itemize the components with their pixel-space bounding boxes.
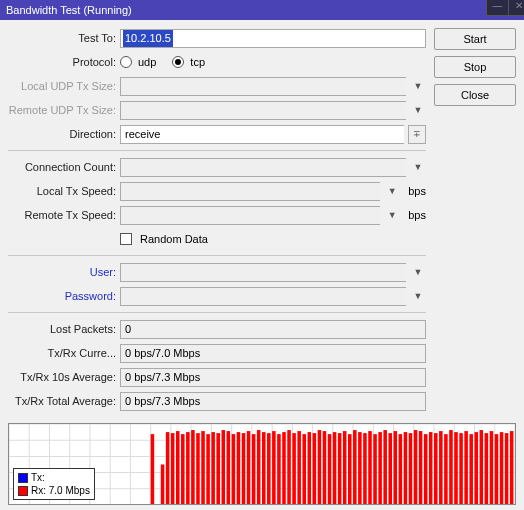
svg-rect-44 bbox=[216, 433, 220, 505]
svg-rect-56 bbox=[277, 434, 281, 505]
svg-rect-87 bbox=[434, 433, 438, 505]
svg-rect-38 bbox=[186, 432, 190, 505]
minimize-icon[interactable]: — bbox=[487, 0, 508, 15]
updown-icon[interactable]: ∓ bbox=[408, 125, 426, 144]
label-local-tx: Local Tx Speed: bbox=[8, 185, 120, 197]
label-lost: Lost Packets: bbox=[8, 323, 120, 335]
svg-rect-41 bbox=[201, 431, 205, 505]
label-user: User: bbox=[8, 266, 120, 278]
svg-rect-82 bbox=[409, 433, 413, 505]
chevron-down-icon[interactable]: ▼ bbox=[410, 159, 426, 176]
label-test-to: Test To: bbox=[8, 32, 120, 44]
window-titlebar[interactable]: Bandwidth Test (Running) — ✕ bbox=[0, 0, 524, 20]
svg-rect-88 bbox=[439, 431, 443, 505]
radio-udp-label: udp bbox=[138, 56, 156, 68]
svg-rect-96 bbox=[480, 430, 484, 505]
svg-rect-63 bbox=[313, 433, 317, 505]
svg-rect-61 bbox=[302, 434, 306, 505]
svg-rect-45 bbox=[222, 430, 226, 505]
txrx-current-value bbox=[120, 344, 426, 363]
radio-tcp[interactable] bbox=[172, 56, 184, 68]
svg-rect-75 bbox=[373, 434, 377, 505]
svg-rect-66 bbox=[328, 434, 332, 505]
label-password: Password: bbox=[8, 290, 120, 302]
local-udp-input bbox=[120, 77, 406, 96]
svg-rect-43 bbox=[211, 432, 215, 505]
svg-rect-35 bbox=[171, 433, 175, 505]
svg-rect-34 bbox=[166, 432, 170, 505]
txrx-10s-value bbox=[120, 368, 426, 387]
rx-swatch bbox=[18, 486, 28, 496]
svg-rect-46 bbox=[227, 431, 231, 505]
radio-tcp-label: tcp bbox=[190, 56, 205, 68]
svg-rect-53 bbox=[262, 432, 266, 505]
test-to-value: 10.2.10.5 bbox=[123, 30, 173, 47]
svg-rect-101 bbox=[505, 433, 509, 505]
txrx-total-value bbox=[120, 392, 426, 411]
stop-button[interactable]: Stop bbox=[434, 56, 516, 78]
chevron-down-icon: ▼ bbox=[410, 102, 426, 119]
svg-rect-72 bbox=[358, 432, 362, 505]
close-icon[interactable]: ✕ bbox=[508, 0, 525, 15]
label-direction: Direction: bbox=[8, 128, 120, 140]
svg-rect-42 bbox=[206, 434, 210, 505]
tx-swatch bbox=[18, 473, 28, 483]
random-data-checkbox[interactable] bbox=[120, 233, 132, 245]
chevron-down-icon[interactable]: ▼ bbox=[384, 183, 400, 200]
close-button[interactable]: Close bbox=[434, 84, 516, 106]
remote-tx-input[interactable] bbox=[120, 206, 380, 225]
svg-rect-52 bbox=[257, 430, 261, 505]
svg-rect-37 bbox=[181, 434, 185, 505]
chevron-down-icon: ▼ bbox=[410, 78, 426, 95]
legend-tx-label: Tx: bbox=[31, 471, 45, 484]
svg-rect-47 bbox=[232, 434, 236, 505]
svg-rect-60 bbox=[297, 431, 301, 505]
window-title: Bandwidth Test (Running) bbox=[6, 4, 132, 16]
svg-rect-86 bbox=[429, 432, 433, 505]
svg-rect-71 bbox=[353, 430, 357, 505]
label-remote-tx: Remote Tx Speed: bbox=[8, 209, 120, 221]
user-input[interactable] bbox=[120, 263, 406, 282]
svg-rect-39 bbox=[191, 430, 195, 505]
svg-rect-91 bbox=[454, 432, 458, 505]
start-button[interactable]: Start bbox=[434, 28, 516, 50]
svg-rect-98 bbox=[490, 431, 494, 505]
svg-rect-94 bbox=[469, 434, 473, 505]
svg-rect-62 bbox=[308, 432, 312, 505]
label-protocol: Protocol: bbox=[8, 56, 120, 68]
svg-rect-100 bbox=[500, 432, 504, 505]
radio-udp[interactable] bbox=[120, 56, 132, 68]
svg-rect-68 bbox=[338, 433, 342, 505]
direction-select[interactable] bbox=[120, 125, 404, 144]
svg-rect-78 bbox=[388, 433, 392, 505]
label-conn-count: Connection Count: bbox=[8, 161, 120, 173]
svg-rect-90 bbox=[449, 430, 453, 505]
label-remote-udp: Remote UDP Tx Size: bbox=[8, 104, 120, 116]
label-txrx-curr: Tx/Rx Curre... bbox=[8, 347, 120, 359]
chevron-down-icon[interactable]: ▼ bbox=[410, 264, 426, 281]
conn-count-input[interactable] bbox=[120, 158, 406, 177]
svg-rect-73 bbox=[363, 433, 367, 505]
test-to-input[interactable]: 10.2.10.5 bbox=[120, 29, 426, 48]
chevron-down-icon[interactable]: ▼ bbox=[410, 288, 426, 305]
random-data-label: Random Data bbox=[140, 233, 208, 245]
unit-bps: bps bbox=[408, 209, 426, 221]
svg-rect-70 bbox=[348, 434, 352, 505]
svg-rect-81 bbox=[404, 432, 408, 505]
svg-rect-97 bbox=[485, 433, 489, 505]
svg-rect-33 bbox=[161, 464, 165, 504]
svg-rect-59 bbox=[292, 433, 296, 505]
legend-rx-label: Rx: 7.0 Mbps bbox=[31, 484, 90, 497]
password-input[interactable] bbox=[120, 287, 406, 306]
svg-rect-95 bbox=[474, 432, 478, 505]
label-local-udp: Local UDP Tx Size: bbox=[8, 80, 120, 92]
svg-rect-92 bbox=[459, 433, 463, 505]
svg-rect-89 bbox=[444, 434, 448, 505]
svg-rect-80 bbox=[399, 434, 403, 505]
bandwidth-graph: Tx: Rx: 7.0 Mbps bbox=[8, 423, 516, 505]
svg-rect-32 bbox=[151, 434, 155, 505]
chevron-down-icon[interactable]: ▼ bbox=[384, 207, 400, 224]
svg-rect-50 bbox=[247, 431, 251, 505]
svg-rect-51 bbox=[252, 434, 256, 505]
local-tx-input[interactable] bbox=[120, 182, 380, 201]
